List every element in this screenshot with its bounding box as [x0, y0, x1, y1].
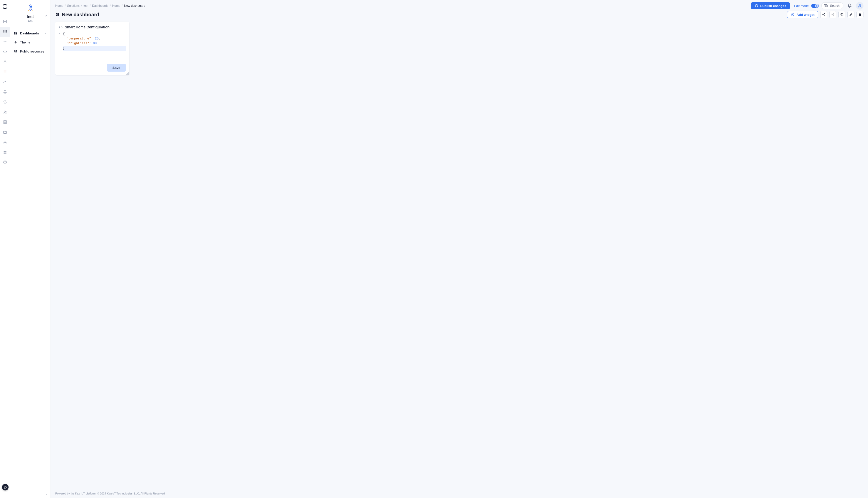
code-line[interactable]: "brightness": 80 [63, 41, 126, 46]
svg-point-38 [33, 6, 34, 6]
add-widget-label: Add widget [797, 13, 815, 16]
rail-sync-icon[interactable] [0, 97, 10, 107]
rail-apps-icon[interactable] [0, 147, 10, 157]
fold-toggle-icon[interactable]: ▾ [58, 32, 60, 37]
grid-icon [14, 31, 17, 35]
rail-analytics-icon[interactable] [0, 77, 10, 87]
rail-building-icon[interactable] [0, 117, 10, 127]
svg-rect-11 [6, 4, 7, 5]
rail-code-icon[interactable] [0, 47, 10, 57]
sidebar-collapse-button[interactable] [10, 491, 51, 498]
breadcrumb-sep: / [122, 4, 123, 8]
rail-help-icon[interactable] [0, 157, 10, 167]
rail-gear-icon[interactable] [0, 137, 10, 147]
variables-button[interactable] [829, 11, 836, 18]
svg-rect-20 [4, 32, 5, 33]
svg-point-48 [825, 5, 826, 6]
svg-point-30 [4, 142, 5, 143]
svg-rect-18 [6, 31, 6, 32]
svg-rect-26 [3, 73, 6, 73]
svg-rect-24 [3, 70, 6, 71]
svg-rect-16 [3, 31, 4, 32]
sidebar-item-public-resources[interactable]: Public resources [10, 47, 51, 56]
svg-rect-17 [4, 31, 5, 32]
toggle-knob-lock-icon [815, 4, 818, 8]
svg-point-39 [32, 10, 33, 11]
svg-rect-43 [16, 33, 17, 35]
code-line[interactable]: } [63, 46, 126, 51]
copy-button[interactable] [838, 11, 845, 18]
edit-button[interactable] [847, 11, 854, 18]
svg-rect-12 [3, 20, 6, 23]
svg-point-23 [5, 61, 5, 62]
icon-rail [0, 0, 10, 498]
svg-rect-25 [3, 71, 6, 72]
chevron-down-icon[interactable] [44, 14, 48, 17]
svg-rect-52 [57, 14, 59, 16]
rail-layers-icon[interactable] [0, 67, 10, 77]
svg-rect-44 [14, 34, 16, 35]
code-icon [59, 25, 63, 29]
svg-rect-29 [3, 121, 6, 123]
save-button[interactable]: Save [107, 64, 126, 71]
svg-rect-50 [56, 13, 57, 14]
rail-bell-icon[interactable] [0, 87, 10, 97]
svg-rect-41 [14, 32, 16, 33]
rail-users-icon[interactable] [0, 107, 10, 117]
json-editor[interactable]: ▾ { "temperature": 25, "brightness": 80 … [58, 32, 126, 59]
editor-gutter: ▾ [58, 32, 61, 59]
svg-rect-4 [3, 7, 3, 8]
resize-handle-icon[interactable] [126, 72, 129, 75]
user-menu-button[interactable] [856, 2, 864, 10]
share-button[interactable] [820, 11, 827, 18]
sidebar-item-label: Theme [20, 40, 30, 44]
sidebar-item-label: Public resources [20, 50, 44, 53]
breadcrumb-item[interactable]: test [83, 4, 88, 8]
svg-rect-7 [5, 8, 6, 9]
svg-point-22 [4, 41, 5, 42]
breadcrumb-sep: / [65, 4, 66, 8]
brand-logo-icon[interactable] [2, 3, 8, 10]
breadcrumb-item[interactable]: Solutions [67, 4, 79, 8]
svg-rect-2 [5, 4, 6, 5]
rail-folder-icon[interactable] [0, 127, 10, 137]
search-button[interactable]: Search [821, 2, 843, 9]
widget-card: Smart Home Configuration ▾ { "temperatur… [55, 22, 129, 75]
breadcrumb-sep: / [81, 4, 82, 8]
svg-rect-42 [16, 32, 17, 32]
tenant-sublabel: test [28, 19, 33, 22]
svg-point-37 [27, 5, 28, 6]
edit-mode-label: Edit mode [794, 4, 809, 8]
sidebar-item-dashboards[interactable]: Dashboards [10, 29, 51, 38]
delete-button[interactable] [856, 11, 864, 18]
add-widget-button[interactable]: Add widget [787, 11, 818, 18]
breadcrumb-sep: / [110, 4, 110, 8]
rail-dashboards-icon[interactable] [0, 27, 10, 37]
widget-title: Smart Home Configuration [65, 25, 109, 29]
theme-icon [14, 40, 17, 44]
rail-home-icon[interactable] [0, 16, 10, 27]
breadcrumb-item[interactable]: Home [55, 4, 63, 8]
svg-rect-46 [816, 6, 817, 6]
svg-rect-10 [6, 5, 7, 6]
svg-rect-21 [6, 32, 6, 33]
code-line[interactable]: "temperature": 25, [63, 37, 126, 41]
rail-rocket-icon[interactable] [0, 57, 10, 67]
chevron-down-icon[interactable] [44, 32, 47, 35]
code-line[interactable]: { [63, 32, 126, 37]
sidebar-item-theme[interactable]: Theme [10, 38, 51, 47]
chat-fab-button[interactable] [2, 484, 9, 490]
svg-point-49 [859, 4, 860, 6]
edit-mode-toggle[interactable] [811, 4, 819, 8]
breadcrumb: Home / Solutions / test / Dashboards / H… [55, 4, 145, 8]
svg-rect-6 [4, 8, 5, 9]
breadcrumb-item[interactable]: Home [112, 4, 120, 8]
publish-changes-button[interactable]: Publish changes [751, 2, 790, 9]
notifications-button[interactable] [846, 2, 853, 10]
breadcrumb-current: New dashboard [124, 4, 145, 8]
breadcrumb-item[interactable]: Dashboards [92, 4, 108, 8]
globe-icon [14, 49, 17, 53]
svg-point-28 [5, 111, 6, 112]
rail-broadcast-icon[interactable] [0, 37, 10, 47]
tenant-switcher[interactable]: test test [10, 0, 51, 24]
